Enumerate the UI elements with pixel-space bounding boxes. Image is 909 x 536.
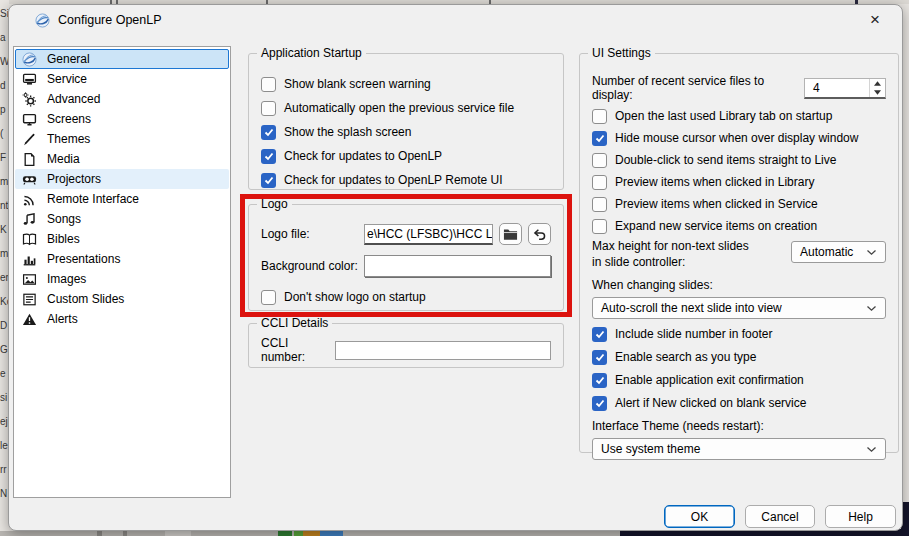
sidebar-item-presentations[interactable]: Presentations bbox=[15, 249, 229, 269]
checkbox-row[interactable]: Hide mouse cursor when over display wind… bbox=[592, 130, 886, 146]
application-startup-group: Application Startup Show blank screen wa… bbox=[248, 53, 564, 190]
checkbox-row[interactable]: Automatically open the previous service … bbox=[261, 100, 551, 116]
sidebar-item-label: Alerts bbox=[47, 312, 78, 326]
background-fragment bbox=[165, 531, 191, 536]
sidebar-item-label: Projectors bbox=[47, 172, 101, 186]
background-text-fragment: si bbox=[0, 392, 7, 403]
sidebar-item-advanced[interactable]: Advanced bbox=[15, 89, 229, 109]
songs-icon bbox=[22, 212, 37, 227]
sidebar-item-general[interactable]: General bbox=[15, 49, 229, 69]
sidebar-item-label: General bbox=[47, 52, 90, 66]
screens-icon bbox=[22, 112, 37, 127]
checkbox-checked[interactable] bbox=[261, 125, 276, 140]
checkbox-unchecked[interactable] bbox=[261, 101, 276, 116]
recent-files-value[interactable]: 4 bbox=[805, 79, 869, 97]
background-text-fragment: D bbox=[0, 320, 7, 331]
max-height-dropdown[interactable]: Automatic bbox=[791, 241, 886, 263]
themes-icon bbox=[22, 132, 37, 147]
sidebar-item-label: Service bbox=[47, 72, 87, 86]
checkbox-checked[interactable] bbox=[592, 131, 607, 146]
sidebar-item-media[interactable]: Media bbox=[15, 149, 229, 169]
window-title: Configure OpenLP bbox=[58, 13, 162, 27]
sidebar-item-bibles[interactable]: Bibles bbox=[15, 229, 229, 249]
sidebar-item-label: Media bbox=[47, 152, 80, 166]
checkbox-row[interactable]: Double-click to send items straight to L… bbox=[592, 152, 886, 168]
checkbox-unchecked[interactable] bbox=[592, 175, 607, 190]
checkbox-unchecked[interactable] bbox=[261, 77, 276, 92]
help-button[interactable]: Help bbox=[825, 505, 896, 528]
settings-category-list: GeneralServiceAdvancedScreensThemesMedia… bbox=[13, 46, 231, 498]
ccli-number-input[interactable] bbox=[335, 341, 551, 360]
background-text-fragment: ( bbox=[0, 128, 3, 139]
checkbox-row[interactable]: Enable application exit confirmation bbox=[592, 372, 886, 388]
ok-button[interactable]: OK bbox=[664, 505, 735, 528]
sidebar-item-service[interactable]: Service bbox=[15, 69, 229, 89]
checkbox-row[interactable]: Open the last used Library tab on startu… bbox=[592, 108, 886, 124]
sidebar-item-projectors[interactable]: Projectors bbox=[15, 169, 229, 189]
advanced-icon bbox=[22, 92, 37, 107]
checkbox-row[interactable]: Expand new service items on creation bbox=[592, 218, 886, 234]
checkbox-row[interactable]: Alert if New clicked on blank service bbox=[592, 395, 886, 411]
interface-theme-label: Interface Theme (needs restart): bbox=[592, 419, 886, 433]
checkbox-checked[interactable] bbox=[592, 327, 607, 342]
sidebar-item-label: Advanced bbox=[47, 92, 100, 106]
checkbox-checked[interactable] bbox=[261, 173, 276, 188]
checkbox-row[interactable]: Show blank screen warning bbox=[261, 76, 551, 92]
checkbox-row[interactable]: Show the splash screen bbox=[261, 124, 551, 140]
checkbox-unchecked[interactable] bbox=[592, 109, 607, 124]
spin-down-icon[interactable] bbox=[870, 88, 885, 97]
checkbox-row[interactable]: Include slide number in footer bbox=[592, 326, 886, 342]
checkbox-checked[interactable] bbox=[592, 396, 607, 411]
chevron-down-icon bbox=[866, 305, 877, 312]
checkbox-checked[interactable] bbox=[592, 373, 607, 388]
remote-interface-icon bbox=[22, 192, 37, 207]
openlp-logo-icon bbox=[22, 52, 37, 67]
checkbox-row[interactable]: Preview items when clicked in Service bbox=[592, 196, 886, 212]
checkbox-unchecked[interactable] bbox=[592, 219, 607, 234]
checkbox-checked[interactable] bbox=[592, 350, 607, 365]
media-icon bbox=[22, 152, 37, 167]
checkbox-label: Automatically open the previous service … bbox=[284, 101, 514, 115]
checkbox-unchecked[interactable] bbox=[592, 197, 607, 212]
background-text-fragment: e bbox=[0, 368, 6, 379]
checkbox-row[interactable]: Check for updates to OpenLP bbox=[261, 148, 551, 164]
sidebar-item-label: Images bbox=[47, 272, 86, 286]
background-fragment bbox=[278, 531, 292, 536]
checkbox-checked[interactable] bbox=[261, 149, 276, 164]
checkbox-row[interactable]: Enable search as you type bbox=[592, 349, 886, 365]
checkbox-label: Enable application exit confirmation bbox=[615, 373, 804, 387]
slide-change-dropdown[interactable]: Auto-scroll the next slide into view bbox=[592, 297, 886, 319]
ccli-number-label: CCLI number: bbox=[261, 336, 329, 364]
sidebar-item-label: Themes bbox=[47, 132, 90, 146]
background-text-fragment: a bbox=[0, 32, 6, 43]
background-fragment bbox=[123, 531, 127, 536]
background-fragment bbox=[97, 531, 102, 536]
sidebar-item-custom-slides[interactable]: Custom Slides bbox=[15, 289, 229, 309]
checkbox-row[interactable]: Check for updates to OpenLP Remote UI bbox=[261, 172, 551, 188]
cancel-button[interactable]: Cancel bbox=[745, 505, 815, 528]
interface-theme-dropdown[interactable]: Use system theme bbox=[592, 438, 886, 460]
close-icon[interactable]: × bbox=[856, 7, 894, 33]
bibles-icon bbox=[22, 232, 37, 247]
spin-up-icon[interactable] bbox=[870, 79, 885, 88]
sidebar-item-label: Custom Slides bbox=[47, 292, 124, 306]
checkbox-row[interactable]: Preview items when clicked in Library bbox=[592, 174, 886, 190]
recent-files-label: Number of recent service files to displa… bbox=[592, 74, 804, 102]
sidebar-item-images[interactable]: Images bbox=[15, 269, 229, 289]
sidebar-item-screens[interactable]: Screens bbox=[15, 109, 229, 129]
chevron-down-icon bbox=[866, 249, 877, 256]
alerts-icon bbox=[22, 312, 37, 327]
sidebar-item-alerts[interactable]: Alerts bbox=[15, 309, 229, 329]
sidebar-item-songs[interactable]: Songs bbox=[15, 209, 229, 229]
checkbox-label: Show blank screen warning bbox=[284, 77, 431, 91]
checkbox-label: Open the last used Library tab on startu… bbox=[615, 109, 832, 123]
checkbox-unchecked[interactable] bbox=[592, 153, 607, 168]
sidebar-item-remote-interface[interactable]: Remote Interface bbox=[15, 189, 229, 209]
presentations-icon bbox=[22, 252, 37, 267]
sidebar-item-label: Remote Interface bbox=[47, 192, 139, 206]
background-text-fragment: N bbox=[0, 488, 7, 499]
titlebar[interactable]: Configure OpenLP × bbox=[9, 5, 902, 35]
sidebar-item-themes[interactable]: Themes bbox=[15, 129, 229, 149]
recent-files-spinner[interactable]: 4 bbox=[804, 78, 886, 99]
checkbox-label: Expand new service items on creation bbox=[615, 219, 817, 233]
